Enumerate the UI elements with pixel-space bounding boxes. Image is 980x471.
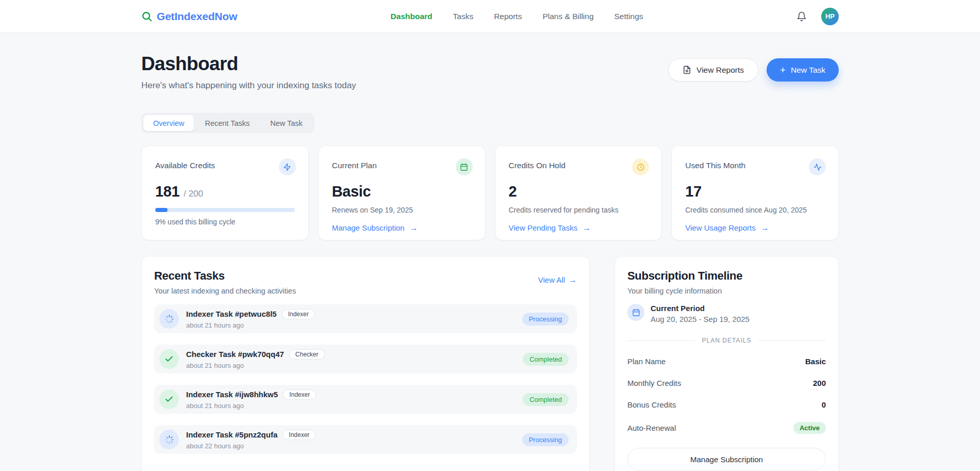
active-badge: Active [793, 422, 826, 434]
tab-bar: Overview Recent Tasks New Task [141, 113, 314, 133]
spinner-icon [164, 435, 174, 445]
page-subtitle: Here's what's happening with your indexi… [141, 80, 356, 91]
credits-on-hold-value: 2 [509, 183, 517, 200]
credits-progress-bar [155, 208, 295, 212]
page-title: Dashboard [141, 53, 356, 75]
tab-recent-tasks[interactable]: Recent Tasks [195, 115, 259, 131]
search-icon [141, 11, 153, 22]
status-badge: Completed [523, 353, 569, 366]
status-badge: Completed [523, 393, 569, 406]
status-badge: Processing [522, 433, 569, 446]
tab-new-task[interactable]: New Task [260, 115, 312, 131]
brand-logo[interactable]: GetIndexedNow [141, 10, 237, 23]
nav-reports[interactable]: Reports [494, 12, 522, 21]
nav-tasks[interactable]: Tasks [453, 12, 474, 21]
view-usage-reports-link[interactable]: View Usage Reports → [685, 223, 769, 232]
task-row[interactable]: Indexer Task #5pnz2qufa Indexer about 22… [154, 425, 577, 454]
detail-bonus-credits: Bonus Credits 0 [627, 400, 826, 409]
arrow-right-icon: → [410, 224, 418, 232]
detail-monthly-credits: Monthly Credits 200 [627, 379, 826, 387]
plan-details-divider: PLAN DETAILS [627, 337, 826, 344]
task-row[interactable]: Checker Task #pwk70qq47 Checker about 21… [154, 345, 577, 373]
available-credits-value: 181 [155, 183, 179, 200]
task-row[interactable]: Indexer Task #ijw8hhkw5 Indexer about 21… [154, 385, 577, 414]
zap-icon [279, 158, 296, 175]
manage-subscription-link[interactable]: Manage Subscription → [332, 223, 418, 232]
tab-overview[interactable]: Overview [143, 115, 194, 131]
task-type-badge: Indexer [282, 309, 315, 319]
new-task-button[interactable]: + New Task [767, 58, 839, 82]
arrow-right-icon: → [583, 224, 591, 232]
view-reports-button[interactable]: View Reports [668, 58, 758, 82]
arrow-right-icon: → [569, 276, 577, 284]
card-used-this-month: Used This Month 17 Credits consumed sinc… [671, 145, 839, 240]
current-period-value: Aug 20, 2025 - Sep 19, 2025 [651, 315, 750, 323]
recent-tasks-panel: Recent Tasks Your latest indexing and ch… [141, 256, 590, 471]
top-nav: GetIndexedNow Dashboard Tasks Reports Pl… [0, 0, 980, 33]
current-period-label: Current Period [651, 304, 750, 313]
task-type-badge: Indexer [283, 389, 316, 400]
view-pending-tasks-link[interactable]: View Pending Tasks → [509, 223, 591, 232]
current-plan-value: Basic [332, 183, 371, 200]
check-icon [164, 395, 174, 404]
used-this-month-value: 17 [685, 183, 701, 200]
task-row[interactable]: Indexer Task #petwuc8l5 Indexer about 21… [154, 304, 577, 333]
nav-dashboard[interactable]: Dashboard [391, 12, 433, 21]
subscription-timeline-panel: Subscription Timeline Your billing cycle… [614, 256, 839, 471]
task-type-badge: Indexer [283, 430, 315, 440]
task-list: Indexer Task #petwuc8l5 Indexer about 21… [154, 304, 577, 454]
main-nav: Dashboard Tasks Reports Plans & Billing … [391, 12, 643, 21]
check-icon [164, 354, 174, 364]
subscription-title: Subscription Timeline [627, 269, 826, 283]
card-credits-on-hold: Credits On Hold 2 Credits reserved for p… [495, 145, 662, 240]
activity-icon [809, 158, 826, 175]
card-available-credits: Available Credits 181 / 200 9% used this… [141, 145, 309, 240]
plus-icon: + [780, 65, 786, 75]
calendar-icon [627, 304, 644, 321]
bell-icon[interactable] [796, 11, 807, 22]
view-all-link[interactable]: View All → [538, 275, 577, 284]
available-credits-total: / 200 [184, 189, 203, 199]
nav-settings[interactable]: Settings [614, 12, 643, 21]
spinner-icon [164, 314, 174, 324]
avatar[interactable]: HP [821, 8, 839, 25]
status-badge: Processing [522, 313, 569, 326]
calendar-icon [456, 158, 473, 175]
detail-plan-name: Plan Name Basic [627, 357, 826, 366]
recent-tasks-title: Recent Tasks [154, 269, 296, 283]
clock-icon [632, 158, 649, 175]
manage-subscription-button[interactable]: Manage Subscription [627, 448, 826, 470]
arrow-right-icon: → [761, 224, 769, 232]
card-current-plan: Current Plan Basic Renews on Sep 19, 202… [318, 145, 486, 240]
detail-auto-renewal: Auto-Renewal Active [627, 422, 826, 434]
brand-name: GetIndexedNow [157, 10, 237, 23]
nav-plans-billing[interactable]: Plans & Billing [542, 12, 593, 21]
task-type-badge: Checker [289, 349, 325, 360]
file-text-icon [683, 66, 691, 74]
